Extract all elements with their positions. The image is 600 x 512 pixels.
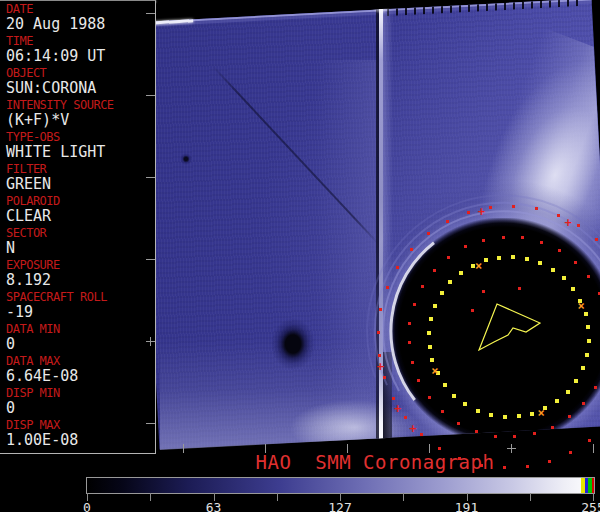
metadata-item: EXPOSURE8.192 — [6, 259, 155, 289]
red-dotted-circle-mid-dot — [551, 426, 554, 429]
red-dotted-circle-mid-dot — [428, 396, 431, 399]
yellow-dotted-circle-dot — [571, 287, 575, 291]
red-dotted-circle-outer-dot — [557, 214, 560, 217]
red-dotted-circle-outer-dot — [378, 354, 381, 357]
red-dotted-circle-mid-dot — [411, 361, 414, 364]
metadata-item: DISP MAX1.00E-08 — [6, 419, 155, 449]
yellow-dotted-circle-dot — [574, 379, 578, 383]
red-scatter-dot — [518, 287, 521, 290]
yellow-dotted-circle-dot — [448, 280, 452, 284]
red-dotted-circle-mid-dot — [582, 402, 585, 405]
yellow-dotted-circle-dot — [489, 413, 493, 417]
red-scatter-dot — [471, 309, 474, 312]
yellow-dotted-circle-dot — [566, 390, 570, 394]
yellow-dotted-circle-dot — [503, 415, 507, 419]
yellow-dotted-circle-dot — [586, 325, 590, 329]
colorbar-stripe — [592, 478, 595, 493]
red-dotted-circle-outer-dot — [467, 211, 470, 214]
metadata-value: WHITE LIGHT — [6, 144, 155, 161]
red-dotted-circle-mid-dot — [521, 236, 524, 239]
yellow-dotted-circle-dot — [440, 291, 444, 295]
red-dotted-circle-mid-dot — [417, 379, 420, 382]
red-dotted-circle-mid-dot — [540, 241, 543, 244]
red-dotted-circle-mid-dot — [574, 261, 577, 264]
red-dotted-circle-outer-dot — [438, 447, 441, 450]
red-scatter-dot — [482, 290, 485, 293]
image-title: HAO SMM Coronagraph — [150, 452, 600, 472]
red-dotted-circle-mid-dot — [421, 285, 424, 288]
metadata-value: 0 — [6, 400, 155, 417]
colorbar-gradient — [87, 478, 594, 493]
red-dotted-circle-mid-dot — [587, 275, 590, 278]
red-dotted-circle-outer-dot — [410, 248, 413, 251]
red-dotted-circle-outer-dot — [427, 232, 430, 235]
red-dotted-circle-mid-dot — [475, 430, 478, 433]
red-dotted-circle-mid-dot — [558, 249, 561, 252]
red-dotted-circle-mid-dot — [568, 415, 571, 418]
colorbar-tick — [530, 493, 531, 501]
metadata-item: FILTERGREEN — [6, 163, 155, 193]
metadata-value: -19 — [6, 304, 155, 321]
metadata-value: N — [6, 240, 155, 257]
red-dotted-circle-mid-dot — [433, 269, 436, 272]
yellow-dotted-circle-dot — [585, 353, 589, 357]
metadata-item: DATA MIN0 — [6, 323, 155, 353]
yellow-dotted-circle-dot — [530, 412, 534, 416]
red-dotted-circle-outer-dot — [446, 220, 449, 223]
yellow-dotted-circle-dot — [555, 399, 559, 403]
yellow-dotted-circle-dot — [476, 409, 480, 413]
red-dotted-circle-mid-dot — [464, 245, 467, 248]
yellow-dotted-circle-dot — [538, 261, 542, 265]
red-dotted-circle-outer-dot — [383, 376, 386, 379]
colorbar-tick — [277, 493, 278, 501]
metadata-value: 06:14:09 UT — [6, 48, 155, 65]
red-dotted-circle-outer-dot — [512, 205, 515, 208]
yellow-dotted-circle-dot — [428, 345, 432, 349]
overlay-markers: +++++×××× — [150, 0, 600, 458]
colorbar-tick-label: 63 — [206, 500, 222, 512]
red-dotted-circle-outer-dot — [489, 206, 492, 209]
metadata-item: INTENSITY SOURCE(K+F)*V — [6, 99, 155, 129]
yellow-dotted-circle-dot — [430, 358, 434, 362]
yellow-dotted-circle-dot — [562, 276, 566, 280]
plus-marker: + — [564, 219, 571, 227]
red-dotted-circle-outer-dot — [577, 224, 580, 227]
yellow-dotted-circle-dot — [429, 317, 433, 321]
x-marker: × — [538, 409, 545, 417]
coronagraph-image: +++++×××× — [150, 0, 600, 458]
metadata-item: DATE20 Aug 1988 — [6, 3, 155, 33]
metadata-label: DATA MIN — [6, 323, 155, 336]
metadata-value: SUN:CORONA — [6, 80, 155, 97]
red-dotted-circle-mid-dot — [408, 341, 411, 344]
yellow-dotted-circle-dot — [525, 257, 529, 261]
red-dotted-circle-mid-dot — [513, 435, 516, 438]
yellow-dotted-circle-dot — [463, 402, 467, 406]
red-dotted-circle-outer-dot — [595, 238, 598, 241]
colorbar-tick-label: 191 — [455, 500, 478, 512]
red-dotted-circle-outer-dot — [588, 439, 591, 442]
red-dotted-circle-outer-dot — [377, 331, 380, 334]
red-dotted-circle-outer-dot — [535, 207, 538, 210]
metadata-value: 8.192 — [6, 272, 155, 289]
red-dotted-circle-mid-dot — [533, 432, 536, 435]
yellow-dotted-circle-dot — [427, 331, 431, 335]
plus-marker: + — [377, 363, 384, 371]
yellow-dotted-circle-dot — [459, 271, 463, 275]
plus-marker: + — [394, 405, 401, 413]
yellow-dotted-circle-dot — [452, 394, 456, 398]
metadata-item: TIME06:14:09 UT — [6, 35, 155, 65]
metadata-item: SPACECRAFT ROLL-19 — [6, 291, 155, 321]
red-dotted-circle-mid-dot — [441, 410, 444, 413]
red-dotted-circle-mid-dot — [494, 435, 497, 438]
metadata-item: DATA MAX6.64E-08 — [6, 355, 155, 385]
red-dotted-circle-outer-dot — [396, 266, 399, 269]
red-dotted-circle-mid-dot — [413, 303, 416, 306]
red-dotted-circle-outer-dot — [379, 308, 382, 311]
yellow-dotted-circle-dot — [511, 255, 515, 259]
colorbar-tick — [403, 493, 404, 501]
x-marker: × — [431, 367, 438, 375]
colorbar-tick-label: 127 — [328, 500, 351, 512]
metadata-item: OBJECTSUN:CORONA — [6, 67, 155, 97]
red-dotted-circle-outer-dot — [392, 397, 395, 400]
yellow-dotted-circle-dot — [484, 258, 488, 262]
